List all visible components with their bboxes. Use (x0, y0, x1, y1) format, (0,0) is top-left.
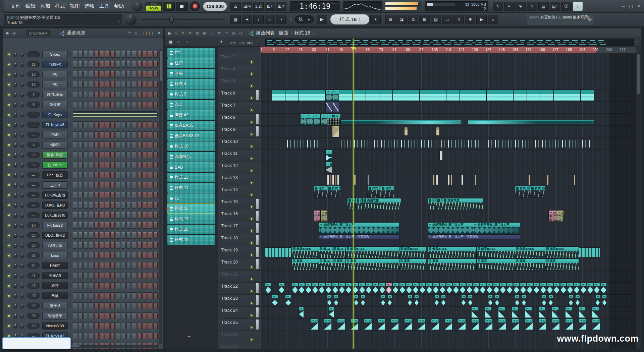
step-cell[interactable] (121, 202, 125, 209)
step-cell[interactable] (132, 51, 136, 58)
step-cell[interactable] (94, 272, 99, 279)
step-cell[interactable] (116, 91, 120, 98)
step-cell[interactable] (110, 172, 115, 178)
channel-enable-led[interactable] (8, 294, 11, 297)
channel-volume-knob[interactable] (20, 163, 24, 167)
pattern-item-样式 18[interactable]: 样式 18 (167, 225, 215, 234)
update-notice[interactable]: Today有更新的 FL Studio 版本可用! ◍ (527, 14, 594, 25)
clip[interactable]: ↦ (272, 295, 278, 306)
pattern-selector[interactable]: 样式 16 ▲▼ (330, 14, 369, 24)
close-icon[interactable]: ✕ (158, 31, 161, 35)
pattern-item-样式 19[interactable]: 样式 19 (167, 235, 215, 245)
pattern-item-低音BASS[interactable]: 低音BASS (167, 121, 215, 130)
step-cell[interactable] (100, 152, 104, 158)
step-cell[interactable] (132, 101, 136, 108)
track-enable-led[interactable] (250, 61, 253, 63)
channel-target-display[interactable]: 28 (27, 313, 40, 319)
channel-volume-knob[interactable] (20, 284, 24, 288)
step-cell[interactable] (132, 292, 136, 299)
channel-button[interactable]: DJK..服音色 (42, 212, 68, 219)
loop-record-button[interactable]: Ш↺ (276, 2, 286, 11)
clip[interactable]: ↦ (534, 283, 539, 294)
step-cell[interactable] (110, 232, 115, 239)
pattern-item-样式 17[interactable]: 样式 17 (167, 214, 215, 224)
clip[interactable]: ↦V..0 (364, 319, 372, 330)
channel-pan-knob[interactable] (13, 52, 17, 57)
step-cell[interactable] (121, 222, 125, 229)
clip[interactable]: ↦ (581, 283, 586, 294)
clip[interactable] (436, 127, 439, 135)
step-cell[interactable] (84, 51, 88, 58)
step-cell[interactable] (73, 121, 77, 128)
menu-item-编辑[interactable]: 编辑 (23, 3, 38, 9)
clip[interactable]: ↦ (329, 307, 334, 318)
nav-options-icon[interactable]: ≡ (635, 40, 638, 44)
mixer-button[interactable]: ⊞ (419, 15, 430, 24)
step-cell[interactable] (105, 252, 109, 259)
step-cell[interactable] (73, 282, 77, 289)
step-cell[interactable] (126, 202, 131, 209)
timeline-ruler[interactable]: 1917253341495765738189971051131211291371… (260, 47, 636, 53)
step-cell[interactable] (153, 131, 158, 138)
step-cell[interactable] (73, 312, 77, 319)
step-cell[interactable] (105, 162, 109, 168)
step-cell[interactable] (137, 322, 142, 329)
metronome-button[interactable]: Δ (230, 2, 241, 11)
clip[interactable]: 高音 (515, 259, 545, 270)
step-cell[interactable] (137, 61, 142, 68)
step-cell[interactable] (143, 182, 147, 188)
clip[interactable]: ↦ (520, 283, 526, 294)
clip[interactable]: ↦V..0 (351, 319, 358, 330)
slip-tool-icon[interactable]: ⇆ (217, 31, 221, 36)
step-cell[interactable] (116, 192, 120, 198)
track-enable-led[interactable] (250, 254, 253, 256)
clip[interactable] (405, 127, 408, 135)
channel-button[interactable]: FK bass2 (42, 222, 68, 229)
keyboard-editor-icon[interactable]: ❘❘❘❘ (142, 31, 154, 35)
channel-volume-knob[interactable] (20, 263, 24, 268)
channel-enable-led[interactable] (8, 143, 11, 146)
step-cell[interactable] (89, 101, 93, 108)
channel-target-display[interactable]: 34 (27, 262, 40, 269)
step-cell[interactable] (84, 272, 88, 279)
step-cell[interactable] (143, 162, 147, 168)
step-cell[interactable] (116, 182, 120, 188)
track-lane-track-12[interactable]: ↦空..2 (260, 162, 636, 174)
step-cell[interactable] (137, 282, 142, 289)
step-cell[interactable] (73, 322, 77, 329)
time-display[interactable]: 1:46:19 M:S:CS (290, 1, 340, 11)
channel-volume-knob[interactable] (20, 253, 24, 258)
step-cell[interactable] (137, 81, 142, 88)
channel-enable-led[interactable] (8, 184, 11, 187)
step-cell[interactable] (132, 272, 136, 279)
clip[interactable]: 低音BASS (346, 247, 399, 258)
clip[interactable] (339, 90, 352, 101)
step-cell[interactable] (132, 141, 136, 148)
step-cell[interactable] (94, 262, 99, 269)
track-enable-led[interactable] (250, 338, 253, 341)
clip[interactable]: ↦V..0 (458, 319, 466, 330)
clip[interactable] (446, 90, 460, 101)
channel-enable-led[interactable] (8, 93, 11, 96)
step-cell[interactable] (84, 162, 88, 168)
clip[interactable]: ↦ (373, 283, 378, 294)
channel-target-display[interactable]: 12 (27, 71, 40, 77)
step-cell[interactable] (84, 222, 88, 229)
channel-target-display[interactable]: 29 (27, 323, 40, 329)
step-cell[interactable] (116, 242, 120, 249)
channel-volume-knob[interactable] (20, 123, 24, 127)
clip[interactable]: ↦ (399, 283, 405, 294)
step-cell[interactable] (137, 252, 142, 259)
step-cell[interactable] (121, 312, 125, 319)
track-header-track-9[interactable]: Track 9... (218, 126, 260, 138)
clip[interactable]: ↦ (446, 283, 452, 294)
channel-pan-knob[interactable] (13, 284, 17, 288)
step-cell[interactable] (137, 232, 142, 239)
channel-volume-knob[interactable] (20, 314, 24, 318)
step-cell[interactable] (89, 242, 93, 249)
step-cell[interactable] (78, 71, 83, 78)
step-cell[interactable] (132, 262, 136, 269)
clip[interactable]: ↦ (514, 283, 519, 294)
step-cell[interactable] (78, 232, 83, 239)
mute-tool-icon[interactable]: ⊗ (203, 31, 206, 36)
